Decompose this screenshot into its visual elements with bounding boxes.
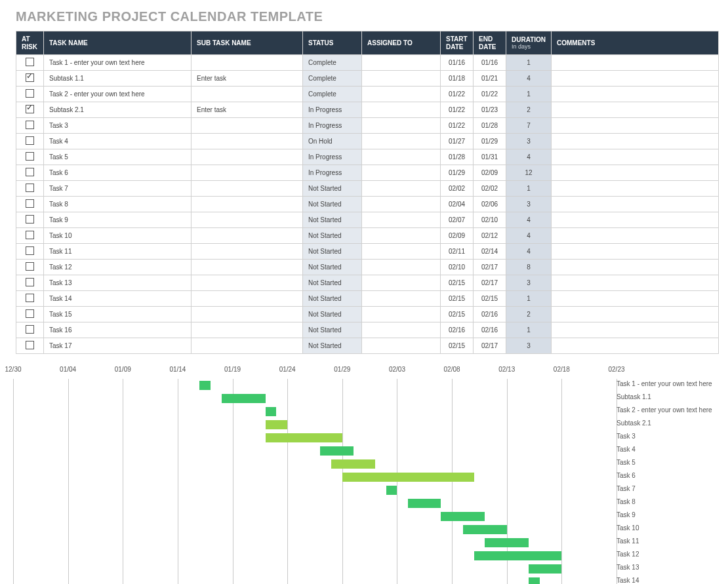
cell-sub-task[interactable] [192, 118, 303, 134]
cell-duration[interactable]: 4 [506, 149, 552, 165]
cell-status[interactable]: Not Started [303, 338, 362, 354]
cell-assigned[interactable] [362, 275, 441, 291]
cell-assigned[interactable] [362, 228, 441, 244]
at-risk-checkbox[interactable] [26, 136, 34, 145]
at-risk-checkbox[interactable] [26, 341, 34, 349]
cell-start-date[interactable]: 01/28 [441, 149, 474, 165]
cell-start-date[interactable]: 01/16 [441, 55, 474, 71]
at-risk-checkbox[interactable] [26, 215, 34, 224]
at-risk-checkbox[interactable] [26, 105, 34, 113]
cell-end-date[interactable]: 01/16 [474, 55, 506, 71]
cell-duration[interactable]: 3 [506, 197, 552, 212]
cell-duration[interactable]: 1 [506, 181, 552, 197]
cell-status[interactable]: Complete [303, 87, 362, 102]
cell-status[interactable]: Not Started [303, 228, 362, 244]
cell-comments[interactable] [552, 181, 719, 197]
cell-task-name[interactable]: Task 9 [44, 212, 192, 228]
cell-start-date[interactable]: 01/18 [441, 71, 474, 87]
cell-end-date[interactable]: 01/29 [474, 134, 506, 149]
cell-duration[interactable]: 2 [506, 102, 552, 118]
at-risk-checkbox[interactable] [26, 89, 34, 98]
at-risk-checkbox[interactable] [26, 309, 34, 318]
cell-end-date[interactable]: 02/10 [474, 212, 506, 228]
cell-end-date[interactable]: 02/12 [474, 228, 506, 244]
cell-end-date[interactable]: 02/16 [474, 307, 506, 322]
cell-comments[interactable] [552, 87, 719, 102]
cell-start-date[interactable]: 01/27 [441, 134, 474, 149]
cell-task-name[interactable]: Task 13 [44, 275, 192, 291]
cell-sub-task[interactable] [192, 291, 303, 307]
cell-comments[interactable] [552, 212, 719, 228]
cell-assigned[interactable] [362, 149, 441, 165]
cell-end-date[interactable]: 02/17 [474, 260, 506, 275]
cell-status[interactable]: Not Started [303, 197, 362, 212]
cell-assigned[interactable] [362, 181, 441, 197]
cell-status[interactable]: Complete [303, 71, 362, 87]
cell-duration[interactable]: 1 [506, 322, 552, 338]
cell-assigned[interactable] [362, 102, 441, 118]
cell-status[interactable]: Not Started [303, 291, 362, 307]
cell-end-date[interactable]: 02/17 [474, 275, 506, 291]
at-risk-checkbox[interactable] [26, 121, 34, 129]
cell-task-name[interactable]: Task 8 [44, 197, 192, 212]
cell-task-name[interactable]: Task 6 [44, 165, 192, 181]
cell-end-date[interactable]: 02/02 [474, 181, 506, 197]
cell-assigned[interactable] [362, 118, 441, 134]
cell-assigned[interactable] [362, 71, 441, 87]
cell-comments[interactable] [552, 55, 719, 71]
cell-task-name[interactable]: Task 1 - enter your own text here [44, 55, 192, 71]
cell-sub-task[interactable]: Enter task [192, 102, 303, 118]
cell-sub-task[interactable]: Enter task [192, 71, 303, 87]
cell-status[interactable]: Not Started [303, 275, 362, 291]
cell-assigned[interactable] [362, 338, 441, 354]
cell-start-date[interactable]: 02/07 [441, 212, 474, 228]
cell-start-date[interactable]: 02/15 [441, 338, 474, 354]
cell-end-date[interactable]: 02/06 [474, 197, 506, 212]
at-risk-checkbox[interactable] [26, 294, 34, 302]
cell-status[interactable]: Not Started [303, 181, 362, 197]
cell-comments[interactable] [552, 165, 719, 181]
cell-comments[interactable] [552, 338, 719, 354]
cell-duration[interactable]: 3 [506, 275, 552, 291]
cell-duration[interactable]: 12 [506, 165, 552, 181]
cell-sub-task[interactable] [192, 260, 303, 275]
cell-start-date[interactable]: 02/15 [441, 275, 474, 291]
cell-end-date[interactable]: 01/31 [474, 149, 506, 165]
at-risk-checkbox[interactable] [26, 168, 34, 176]
cell-assigned[interactable] [362, 165, 441, 181]
cell-task-name[interactable]: Task 15 [44, 307, 192, 322]
cell-duration[interactable]: 2 [506, 307, 552, 322]
at-risk-checkbox[interactable] [26, 184, 34, 192]
cell-sub-task[interactable] [192, 165, 303, 181]
at-risk-checkbox[interactable] [26, 325, 34, 334]
cell-end-date[interactable]: 01/21 [474, 71, 506, 87]
cell-sub-task[interactable] [192, 244, 303, 260]
cell-start-date[interactable]: 02/04 [441, 197, 474, 212]
cell-status[interactable]: Not Started [303, 260, 362, 275]
cell-end-date[interactable]: 02/15 [474, 291, 506, 307]
cell-start-date[interactable]: 01/29 [441, 165, 474, 181]
cell-sub-task[interactable] [192, 149, 303, 165]
cell-duration[interactable]: 8 [506, 260, 552, 275]
cell-assigned[interactable] [362, 197, 441, 212]
cell-comments[interactable] [552, 260, 719, 275]
cell-sub-task[interactable] [192, 181, 303, 197]
cell-task-name[interactable]: Task 11 [44, 244, 192, 260]
cell-assigned[interactable] [362, 212, 441, 228]
cell-sub-task[interactable] [192, 228, 303, 244]
cell-comments[interactable] [552, 275, 719, 291]
cell-end-date[interactable]: 02/16 [474, 322, 506, 338]
cell-comments[interactable] [552, 228, 719, 244]
at-risk-checkbox[interactable] [26, 73, 34, 82]
cell-comments[interactable] [552, 71, 719, 87]
at-risk-checkbox[interactable] [26, 231, 34, 239]
cell-comments[interactable] [552, 197, 719, 212]
cell-assigned[interactable] [362, 260, 441, 275]
cell-duration[interactable]: 1 [506, 55, 552, 71]
cell-status[interactable]: On Hold [303, 134, 362, 149]
cell-status[interactable]: Not Started [303, 322, 362, 338]
cell-sub-task[interactable] [192, 55, 303, 71]
cell-status[interactable]: Not Started [303, 307, 362, 322]
cell-sub-task[interactable] [192, 197, 303, 212]
cell-duration[interactable]: 3 [506, 134, 552, 149]
